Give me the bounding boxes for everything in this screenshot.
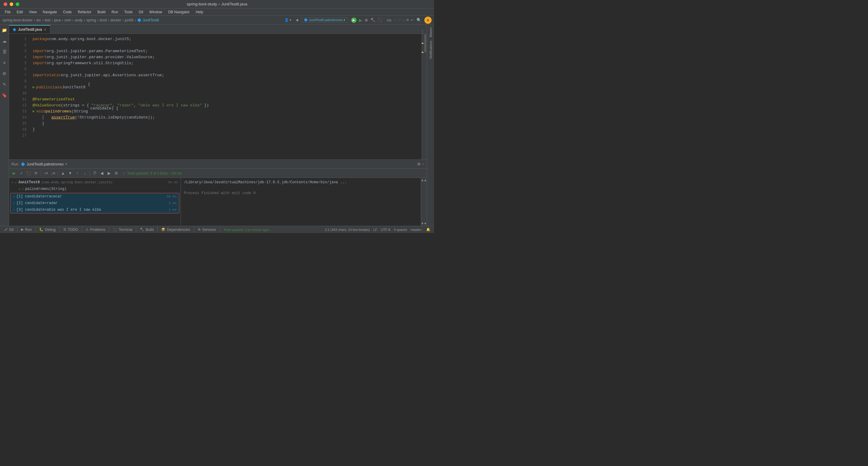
run-with-coverage-button[interactable]: ▶ bbox=[359, 18, 362, 23]
toolbar-settings2-button[interactable]: ⚙ bbox=[113, 170, 120, 177]
breadcrumb-com[interactable]: com bbox=[64, 18, 71, 22]
test-item-1[interactable]: ✓ [1] candidate=racecar 50 ms bbox=[10, 193, 179, 200]
profile-button[interactable]: ⊕ bbox=[365, 18, 368, 22]
menu-build[interactable]: Build bbox=[95, 9, 108, 15]
console-scrollbar[interactable]: ▲ ▼ bbox=[421, 178, 424, 226]
sidebar-settings-icon[interactable]: ⚙ bbox=[1, 70, 7, 76]
breadcrumb-current[interactable]: 🔷 JunitTest8 bbox=[137, 18, 159, 22]
toolbar-sort-desc-button[interactable]: ↓≡ bbox=[50, 170, 56, 177]
bottom-tab-terminal[interactable]: ⬛ Terminal bbox=[110, 226, 136, 233]
tab-junitest8[interactable]: 🔷 JunitTest8.java ✕ bbox=[9, 25, 50, 33]
sidebar-commit2-icon[interactable]: ✎ bbox=[1, 82, 7, 87]
git-branch[interactable]: master↑ bbox=[411, 228, 423, 231]
bottom-tab-debug[interactable]: 🐛 Debug bbox=[36, 226, 59, 233]
window-controls[interactable] bbox=[4, 2, 19, 6]
menu-refactor[interactable]: Refactor bbox=[75, 9, 94, 15]
breadcrumb-docker[interactable]: docker bbox=[110, 18, 121, 22]
toolbar-sort-asc-button[interactable]: ↑≡ bbox=[42, 170, 49, 177]
breadcrumb-boot[interactable]: boot bbox=[100, 18, 107, 22]
git-history[interactable]: ⟳ bbox=[406, 18, 409, 22]
toolbar-collapse-button[interactable]: ◀ bbox=[98, 170, 105, 177]
tab-close-button[interactable]: ✕ bbox=[44, 28, 46, 32]
toolbar-stop-button[interactable]: ⬛ bbox=[25, 170, 32, 177]
code-line-14: │ assertTrue(!StringUtils.isEmpty(candid… bbox=[31, 115, 421, 121]
editor-scrollbar[interactable] bbox=[424, 34, 427, 159]
toolbar-move-down-button[interactable]: ↓ bbox=[82, 170, 88, 177]
breadcrumb-test[interactable]: test bbox=[44, 18, 50, 22]
run-tab[interactable]: 🔷 JunitTest8.palindromes ✕ bbox=[21, 162, 67, 166]
menu-code[interactable]: Code bbox=[61, 9, 74, 15]
menu-help[interactable]: Help bbox=[193, 9, 206, 15]
menu-window[interactable]: Window bbox=[147, 9, 164, 15]
bottom-tab-build[interactable]: 🔨 Build bbox=[136, 226, 158, 233]
recent-files-button[interactable]: ⋮ bbox=[421, 29, 424, 33]
sidebar-project-icon[interactable]: 📁 bbox=[1, 27, 7, 33]
toolbar-rerun-button[interactable]: ⟳ bbox=[33, 170, 39, 177]
bottom-tab-git[interactable]: ⎇ Git bbox=[0, 226, 18, 233]
maven-label[interactable]: Maven bbox=[429, 27, 433, 37]
minimize-button[interactable] bbox=[10, 2, 13, 6]
git-undo[interactable]: ↩ bbox=[411, 18, 413, 22]
run-config-selector[interactable]: 🔷 JunitTest8.palindromes ▾ bbox=[301, 18, 348, 23]
stop-button[interactable]: ⬛ bbox=[378, 18, 382, 22]
run-tab-close[interactable]: ✕ bbox=[65, 162, 67, 166]
breadcrumb-src[interactable]: src bbox=[36, 18, 41, 22]
user-avatar[interactable]: A bbox=[424, 17, 432, 24]
tree-group-expand[interactable]: ▾ bbox=[19, 187, 21, 191]
menu-file[interactable]: File bbox=[2, 9, 13, 15]
test-item-3[interactable]: ✓ [3] candidate=able was I ere I saw elb… bbox=[10, 207, 179, 213]
menu-navigate[interactable]: Navigate bbox=[40, 9, 59, 15]
nav-back-icon[interactable]: ◀ bbox=[296, 18, 298, 22]
menu-view[interactable]: View bbox=[27, 9, 39, 15]
tree-root-expand[interactable]: ▾ bbox=[11, 181, 13, 184]
run-gutter-9[interactable]: ▶ bbox=[33, 84, 35, 90]
toolbar-clock-button[interactable]: ⏱ bbox=[91, 170, 98, 177]
sidebar-structure-icon[interactable]: ≡ bbox=[1, 60, 7, 66]
run-button[interactable]: ▶ bbox=[351, 18, 356, 23]
breadcrumb-project[interactable]: spring-boot-docker bbox=[2, 18, 33, 22]
sidebar-commit-icon[interactable]: ☁ bbox=[1, 38, 7, 44]
tree-root-item[interactable]: ▾ ✓ JunitTest8 (com.andy.spring.boot.doc… bbox=[9, 179, 181, 186]
toolbar-check-button[interactable]: ✓ bbox=[18, 170, 25, 177]
git-check1[interactable]: ✓ bbox=[394, 18, 397, 22]
maximize-button[interactable] bbox=[16, 2, 19, 6]
sidebar-dbnavigator-icon[interactable]: 🗄 bbox=[1, 49, 7, 55]
settings-icon[interactable]: ⚙ bbox=[417, 162, 421, 166]
menu-dbnavigator[interactable]: DB Navigator bbox=[166, 9, 192, 15]
panel-scroll-down[interactable]: ▼ bbox=[424, 222, 427, 225]
toolbar-expand-button[interactable]: ▶ bbox=[106, 170, 113, 177]
run-gutter-13[interactable]: ▶ bbox=[33, 108, 35, 115]
nav-user-icon[interactable]: 👤 ▾ bbox=[284, 18, 291, 22]
breadcrumb-junit5[interactable]: junit5 bbox=[125, 18, 133, 22]
breadcrumb-andy[interactable]: andy bbox=[75, 18, 83, 22]
toolbar-filter-asc-button[interactable]: ▲ bbox=[60, 170, 66, 177]
menu-run[interactable]: Run bbox=[109, 9, 121, 15]
toolbar-run-button[interactable]: ▶ bbox=[11, 170, 18, 177]
bottom-tab-run[interactable]: ▶ Run bbox=[18, 226, 36, 233]
menu-tools[interactable]: Tools bbox=[122, 9, 135, 15]
git-push[interactable]: ↑ bbox=[403, 19, 405, 22]
bottom-tab-services[interactable]: ⚙ Services bbox=[194, 226, 220, 233]
bottom-tab-todo[interactable]: ☰ TODO bbox=[60, 226, 82, 233]
panel-scroll-up[interactable]: ▲ bbox=[424, 179, 427, 182]
tree-group-item[interactable]: ▾ ✓ palindromes(String) bbox=[9, 186, 181, 192]
notifications-label[interactable]: Notifications bbox=[429, 41, 433, 59]
git-check2[interactable]: ✓ bbox=[398, 18, 401, 22]
scrollbar-thumb[interactable] bbox=[424, 34, 426, 53]
bottom-tab-problems[interactable]: ⚠ Problems bbox=[82, 226, 110, 233]
toolbar-move-up-button[interactable]: ↑ bbox=[74, 170, 81, 177]
minimize-panel-icon[interactable]: − bbox=[422, 162, 424, 166]
breadcrumb-spring[interactable]: spring bbox=[86, 18, 96, 22]
sidebar-bookmarks-icon[interactable]: 🔖 bbox=[1, 92, 7, 98]
test-item-2[interactable]: ✓ [2] candidate=radar 3 ms bbox=[10, 200, 179, 207]
build-button[interactable]: 🔨 bbox=[370, 18, 375, 22]
search-button[interactable]: 🔍 bbox=[416, 18, 421, 22]
scroll-up-icon[interactable]: ▲ bbox=[421, 179, 424, 182]
bottom-tab-deps[interactable]: 📦 Dependencies bbox=[158, 226, 194, 233]
menu-git[interactable]: Git bbox=[136, 9, 146, 15]
breadcrumb-java[interactable]: java bbox=[54, 18, 61, 22]
scroll-down-icon[interactable]: ▼ bbox=[421, 222, 424, 225]
toolbar-filter-desc-button[interactable]: ▼ bbox=[67, 170, 73, 177]
menu-edit[interactable]: Edit bbox=[14, 9, 25, 15]
close-button[interactable] bbox=[4, 2, 7, 6]
